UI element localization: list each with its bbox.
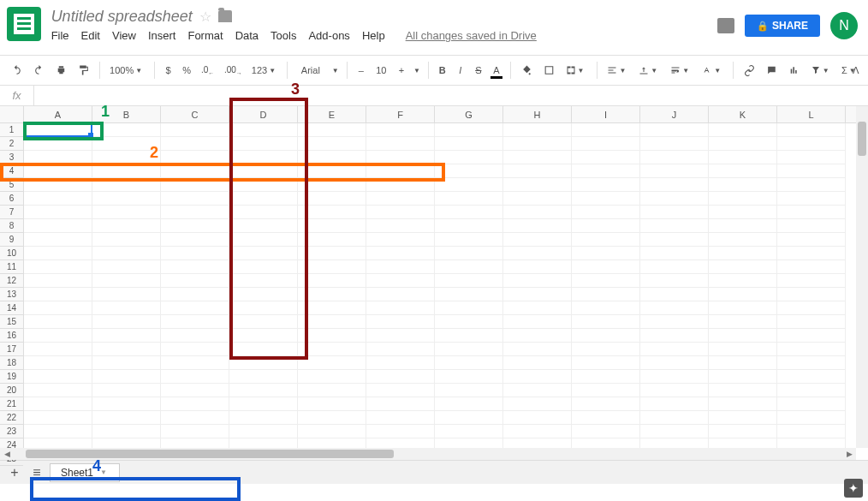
cell[interactable] [92,247,161,260]
cell[interactable] [229,206,298,219]
cell[interactable] [777,192,846,206]
explore-button[interactable]: ✦ [844,479,863,498]
cell[interactable] [640,411,709,425]
column-header-G[interactable]: G [435,106,503,122]
cell[interactable] [161,164,229,178]
cell[interactable] [435,397,503,411]
cell[interactable] [777,274,846,288]
cell[interactable] [503,206,572,219]
cell[interactable] [92,356,161,370]
cell[interactable] [24,370,92,384]
cell[interactable] [298,288,366,301]
cell[interactable] [572,178,640,192]
cell[interactable] [435,288,503,301]
text-color-button[interactable]: A [489,63,504,78]
account-avatar[interactable]: N [830,12,858,39]
cell[interactable] [777,411,846,425]
cell[interactable] [92,274,161,288]
cell[interactable] [435,137,503,151]
row-header-6[interactable]: 6 [0,192,23,206]
cell[interactable] [777,247,846,260]
filter-button[interactable]: ▼ [806,62,835,79]
cell[interactable] [709,247,777,260]
cell[interactable] [92,260,161,274]
insert-chart-button[interactable] [784,62,804,79]
cell[interactable] [298,164,366,178]
cell[interactable] [777,301,846,315]
cell[interactable] [229,178,298,192]
bold-button[interactable]: B [435,63,450,78]
decrease-decimal-button[interactable]: .0← [198,63,218,79]
share-button[interactable]: 🔒 SHARE [745,15,820,37]
row-header-11[interactable]: 11 [0,260,23,274]
cell[interactable] [777,370,846,384]
cell[interactable] [640,301,709,315]
row-header-17[interactable]: 17 [0,343,23,356]
column-header-I[interactable]: I [572,106,640,122]
cell[interactable] [503,329,572,343]
cell[interactable] [435,192,503,206]
cell[interactable] [709,137,777,151]
cell[interactable] [229,151,298,164]
cell[interactable] [229,411,298,425]
cell[interactable] [229,233,298,247]
cell[interactable] [640,260,709,274]
cell[interactable] [161,123,229,137]
increase-decimal-button[interactable]: .00→ [221,63,246,79]
cell[interactable] [298,219,366,233]
cell[interactable] [229,247,298,260]
cell[interactable] [229,137,298,151]
cell[interactable] [24,288,92,301]
cell[interactable] [777,206,846,219]
cell[interactable] [572,288,640,301]
row-header-23[interactable]: 23 [0,425,23,438]
cell[interactable] [24,438,92,448]
menu-data[interactable]: Data [235,29,259,42]
cell[interactable] [229,356,298,370]
cell[interactable] [435,370,503,384]
cell[interactable] [161,384,229,397]
cell[interactable] [161,260,229,274]
cell[interactable] [709,192,777,206]
cell[interactable] [161,438,229,448]
cell[interactable] [92,192,161,206]
cell[interactable] [435,123,503,137]
cell[interactable] [640,233,709,247]
cell[interactable] [161,192,229,206]
cell[interactable] [503,438,572,448]
cell[interactable] [640,137,709,151]
cell[interactable] [92,233,161,247]
row-header-20[interactable]: 20 [0,384,23,397]
cell[interactable] [640,192,709,206]
cell[interactable] [366,233,435,247]
cell[interactable] [503,384,572,397]
cell[interactable] [503,137,572,151]
cell[interactable] [161,315,229,329]
cell[interactable] [503,411,572,425]
cell[interactable] [572,123,640,137]
cell[interactable] [709,425,777,438]
cell[interactable] [640,288,709,301]
cell[interactable] [161,329,229,343]
cell[interactable] [92,151,161,164]
cell[interactable] [366,219,435,233]
cell[interactable] [366,384,435,397]
all-sheets-button[interactable]: ≡ [27,463,46,482]
cell[interactable] [709,315,777,329]
cell[interactable] [92,206,161,219]
cell[interactable] [366,274,435,288]
cell[interactable] [229,260,298,274]
formula-input[interactable] [34,86,868,105]
cell[interactable] [435,233,503,247]
cell[interactable] [640,151,709,164]
cell[interactable] [298,123,366,137]
cell[interactable] [640,247,709,260]
cell[interactable] [503,260,572,274]
text-rotation-button[interactable]: ▼ [698,62,727,79]
cell[interactable] [709,123,777,137]
cell[interactable] [298,247,366,260]
cell[interactable] [92,178,161,192]
cell[interactable] [92,370,161,384]
cell[interactable] [709,329,777,343]
cell[interactable] [572,425,640,438]
